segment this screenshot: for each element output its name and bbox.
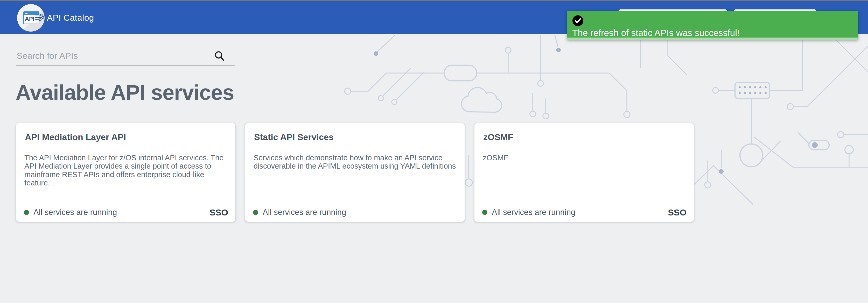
logo-api-text: API bbox=[25, 15, 34, 22]
service-card-list: API Mediation Layer API The API Mediatio… bbox=[16, 123, 694, 222]
card-description: Services which demonstrate how to make a… bbox=[253, 154, 456, 170]
card-title: zOSMF bbox=[483, 132, 685, 142]
page-title: Available API services bbox=[16, 80, 234, 105]
success-toast: The refresh of static APIs was successfu… bbox=[567, 11, 858, 40]
card-title: API Mediation Layer API bbox=[25, 132, 227, 142]
service-status: All services are running bbox=[262, 208, 457, 217]
sso-badge: SSO bbox=[668, 207, 686, 217]
service-card-static-api-services[interactable]: Static API Services Services which demon… bbox=[245, 123, 465, 222]
status-dot-icon bbox=[482, 210, 487, 215]
search-input[interactable] bbox=[16, 49, 236, 66]
app-title: API Catalog bbox=[47, 1, 94, 34]
card-description: The API Mediation Layer for z/OS interna… bbox=[24, 154, 227, 187]
service-status: All services are running bbox=[33, 208, 210, 217]
toast-message: The refresh of static APIs was successfu… bbox=[572, 28, 853, 38]
search-icon[interactable] bbox=[214, 51, 224, 62]
service-card-zosmf[interactable]: zOSMF zOSMF All services are running SSO bbox=[474, 123, 694, 222]
window-top-border bbox=[0, 0, 868, 1]
card-footer: All services are running SSO bbox=[24, 207, 228, 218]
search-field bbox=[16, 49, 236, 66]
card-footer: All services are running bbox=[253, 207, 457, 218]
card-description: zOSMF bbox=[483, 154, 685, 162]
check-circle-icon bbox=[572, 15, 584, 26]
card-title: Static API Services bbox=[254, 132, 456, 142]
card-footer: All services are running SSO bbox=[482, 207, 686, 218]
sso-badge: SSO bbox=[210, 207, 228, 217]
toast-progress-bar bbox=[567, 38, 858, 40]
status-dot-icon bbox=[24, 210, 29, 215]
app-logo: API bbox=[17, 4, 44, 32]
service-card-api-mediation-layer[interactable]: API Mediation Layer API The API Mediatio… bbox=[16, 123, 236, 222]
service-status: All services are running bbox=[492, 208, 668, 217]
logo-circuit-icon bbox=[35, 13, 44, 22]
status-dot-icon bbox=[253, 210, 258, 215]
